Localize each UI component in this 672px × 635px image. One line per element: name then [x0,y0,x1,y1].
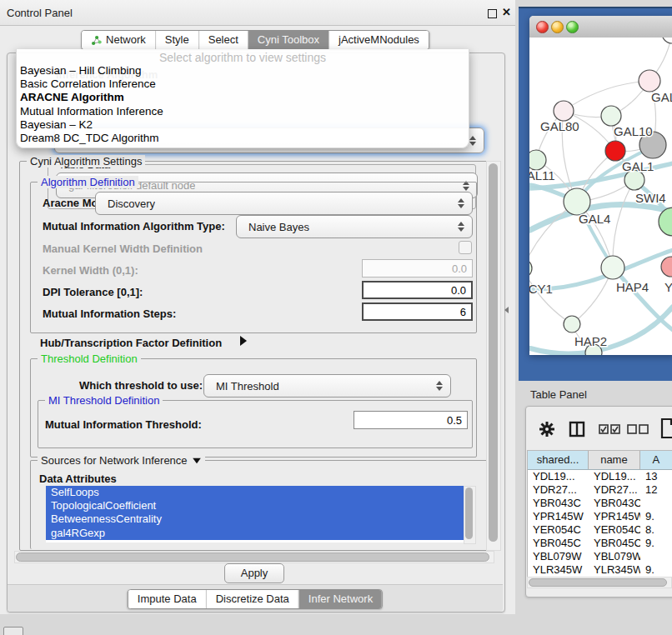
algorithm-option-aracne-algorithm[interactable]: ARACNE Algorithm [17,91,469,104]
column-header-name[interactable]: name [589,451,640,469]
network-node-gal1[interactable] [605,141,625,161]
algorithm-option-bayesian-k2[interactable]: Bayesian – K2 [17,118,469,132]
algorithm-definition-label: Algorithm Definition [38,176,138,188]
checked-pair-icon[interactable] [599,424,620,434]
algorithm-dropdown-items: Bayesian – Hill ClimbingBasic Correlatio… [17,64,469,145]
network-node-gal80[interactable] [554,101,574,121]
float-window-icon[interactable] [488,9,497,18]
tab-jactivemnodules[interactable]: jActiveMNodules [328,31,429,49]
data-attributes-list[interactable]: SelfLoopsTopologicalCoefficientBetweenne… [46,486,464,542]
cyni-algorithm-settings-label: Cyni Algorithm Settings [27,155,145,168]
network-edge[interactable] [613,268,672,330]
column-header-a[interactable]: A [640,451,672,469]
network-node[interactable] [662,38,672,43]
table-row[interactable]: YDL19...YDL19...13 [528,470,672,483]
network-node-gcy1[interactable] [529,259,532,278]
list-scrollbar[interactable] [464,486,476,544]
dpi-tolerance-input[interactable] [362,281,473,299]
network-canvas[interactable]: GAL7GAL80GAL10GAL1GAL11GAL4SWI4GCY1HAP4Y… [529,38,672,355]
settings-vscrollbar[interactable] [486,161,501,551]
minimize-traffic-light-icon[interactable] [551,21,564,33]
stepper-icon [457,222,464,232]
table-row[interactable]: YLR345WYLR345W9. [528,563,672,577]
which-threshold-combo[interactable]: MI Threshold [203,374,451,398]
cyni-algorithm-settings-group: Cyni Algorithm Settings Algorithm Defini… [19,161,489,551]
stepper-icon [469,136,476,146]
network-node-hap4[interactable] [601,256,624,279]
unchecked-pair-icon[interactable] [627,424,649,434]
mode-tab-discretize-data[interactable]: Discretize Data [206,590,298,608]
mi-algorithm-type-combo[interactable]: Naive Bayes [236,215,473,238]
threshold-definition-group: Threshold Definition Which threshold to … [30,358,477,458]
node-label-gal10: GAL10 [614,124,653,138]
close-traffic-light-icon[interactable] [536,21,549,33]
network-edge[interactable] [529,268,572,324]
mi-threshold-input[interactable] [354,411,468,429]
apply-button[interactable]: Apply [224,563,284,583]
close-icon[interactable]: ✕ [502,6,511,18]
aracne-mode-combo[interactable]: Discovery [95,192,473,215]
settings-hscrollbar[interactable] [14,551,494,563]
algorithm-option-bayesian-hill-climbing[interactable]: Bayesian – Hill Climbing [17,64,469,78]
control-panel-tabbar: NetworkStyleSelectCyni ToolboxjActiveMNo… [81,30,429,50]
control-panel-titlebar: Control Panel ✕ [0,0,515,26]
network-node-y[interactable] [661,257,672,277]
sources-group: Sources for Network Inference Data Attri… [30,460,491,549]
algorithm-option-basic-correlation-inference[interactable]: Basic Correlation Inference [17,78,469,91]
algorithm-option-dream8-dc-tdc-algorithm[interactable]: Dream8 DC_TDC Algorithm [17,132,469,145]
attribute-item-betweennesscentrality[interactable]: BetweennessCentrality [46,512,464,526]
node-label-hap2: HAP2 [574,334,607,348]
collapse-arrow-icon[interactable] [193,458,201,462]
kernel-width-label: Kernel Width (0,1): [43,264,138,277]
panel-divider-handle[interactable] [504,307,509,313]
data-attributes-label: Data Attributes [39,472,117,485]
attribute-item-topologicalcoefficient[interactable]: TopologicalCoefficient [46,499,464,512]
column-header-shared[interactable]: shared... [528,451,589,469]
document-icon[interactable] [660,418,672,439]
table-row[interactable]: YPR145WYPR145W9. [528,510,672,523]
network-edge[interactable] [564,81,649,111]
node-label-gal1: GAL1 [622,159,654,173]
expand-arrow-icon[interactable] [240,336,247,346]
node-label-gal80: GAL80 [540,119,579,133]
table-row[interactable]: YBL079WYBL079W [528,550,672,563]
network-node-gal10[interactable] [601,106,621,126]
attribute-item-gal4rgexp[interactable]: gal4RGexp [46,527,464,540]
mode-tabbar: Impute DataDiscretize DataInfer Network [128,589,383,609]
node-table[interactable]: shared...nameAYDL19...YDL19...13YDR27...… [527,450,672,578]
table-row[interactable]: YER054CYER054C8. [528,523,672,537]
control-panel-title: Control Panel [7,7,73,19]
zoom-traffic-light-icon[interactable] [566,21,579,33]
manual-kernel-width-checkbox[interactable] [459,241,472,254]
cyni-toolbox-panel: Inference Algorithm Table Data gal-filte… [7,52,505,612]
table-panel-title: Table Panel [530,388,587,401]
mi-steps-input[interactable] [362,302,473,321]
kernel-width-input[interactable] [362,259,473,278]
network-node-gal7[interactable] [639,70,660,92]
network-edge[interactable] [613,180,634,268]
algorithm-option-mutual-information-inference[interactable]: Mutual Information Inference [17,105,469,118]
table-hscrollbar[interactable] [527,577,672,588]
node-label-gal11: GAL11 [529,168,555,182]
sources-group-label[interactable]: Sources for Network Inference [38,454,205,467]
tab-style[interactable]: Style [155,31,198,49]
hub-definition-label[interactable]: Hub/Transcription Factor Definition [40,337,222,349]
table-row[interactable]: YBR045CYBR045C9. [528,537,672,550]
mi-threshold-definition-group: MI Threshold Definition Mutual Informati… [38,400,473,448]
node-label-gcy1: GCY1 [529,282,553,296]
tab-cyni-toolbox[interactable]: Cyni Toolbox [248,31,328,49]
split-columns-icon[interactable] [569,421,585,438]
mode-tab-impute-data[interactable]: Impute Data [128,590,206,608]
mode-tab-infer-network[interactable]: Infer Network [298,590,382,608]
gear-icon[interactable] [539,421,555,438]
float-panel-icon[interactable] [3,627,23,635]
tab-select[interactable]: Select [198,31,248,49]
mi-steps-label: Mutual Information Steps: [43,308,176,320]
tab-network[interactable]: Network [82,31,155,49]
table-row[interactable]: YBR043CYBR043C [528,497,672,510]
which-threshold-label: Which threshold to use: [79,379,203,392]
network-node-hap2[interactable] [564,316,580,332]
network-node-gal11[interactable] [529,150,546,170]
table-row[interactable]: YDR27...YDR27...12 [528,483,672,497]
attribute-item-selfloops[interactable]: SelfLoops [46,486,464,499]
